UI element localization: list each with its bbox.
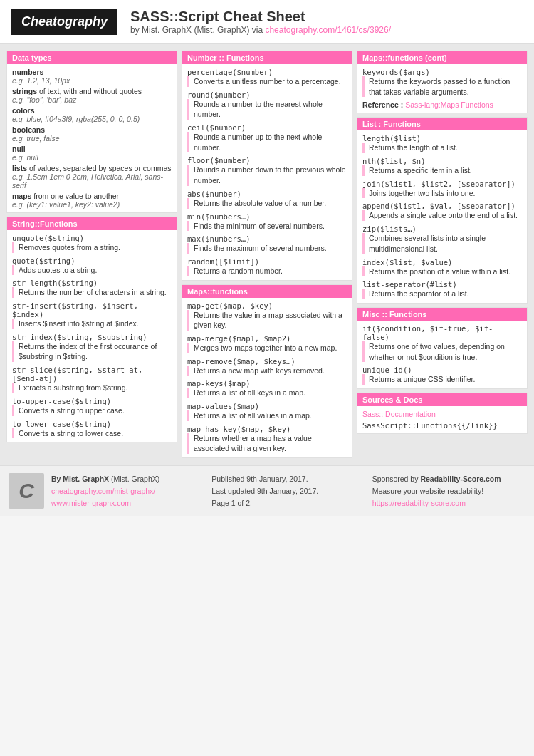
section-number-functions: Number :: Functions percentage($number) … xyxy=(182,51,352,281)
func-name: round($number) xyxy=(187,90,347,99)
func-desc: Returns the separator of a list. xyxy=(362,289,522,299)
func-desc: Returns a specific item in a list. xyxy=(362,165,522,176)
func-name: random([$limit]) xyxy=(187,257,347,266)
func-desc: Returns a list of all values in a map. xyxy=(187,410,347,421)
func-name: keywords($args) xyxy=(362,68,522,76)
section-header-list-functions: List : Functions xyxy=(357,118,527,130)
func-name: str-index($string, $substring) xyxy=(12,333,172,341)
entry-map-get: map-get($map, $key) Returns the value in… xyxy=(187,301,347,331)
entry-unique-id: unique-id() Returns a unique CSS identif… xyxy=(362,366,522,385)
func-desc: Converts a string to upper case. xyxy=(12,405,172,416)
main-content: Data types numbers e.g. 1.2, 13, 10px st… xyxy=(0,44,534,465)
func-name: to-upper-case($string) xyxy=(12,397,172,405)
section-string-functions: String::Functions unquote($string) Remov… xyxy=(6,217,177,442)
entry-str-slice: str-slice($string, $start-at,[$end-at]) … xyxy=(12,366,172,393)
func-name: abs($number) xyxy=(187,190,347,198)
sass-maps-reference-link[interactable]: Sass-lang:Maps Functions xyxy=(405,100,493,109)
footer-website-link[interactable]: www.mister-graphx.com xyxy=(51,499,131,507)
entry-str-length: str-length($string) Returns the number o… xyxy=(12,279,172,298)
entry-map-has-key: map-has-key($map, $key) Returns whether … xyxy=(187,425,347,454)
func-desc: Returns the number of characters in a st… xyxy=(12,287,172,298)
sponsor-name-bold: Readability-Score.com xyxy=(420,475,501,483)
func-name: map-values($map) xyxy=(187,402,347,410)
entry-map-remove: map-remove($map, $keys…) Returns a new m… xyxy=(187,357,347,376)
section-header-maps-functions-cont: Maps::functions (cont) xyxy=(357,51,527,64)
func-name: length($list) xyxy=(362,134,522,143)
func-desc: Joins together two lists into one. xyxy=(362,188,522,199)
sponsor-link[interactable]: https://readability-score.com xyxy=(372,499,466,507)
func-name: join($list1, $list2, [$separator]) xyxy=(362,180,522,188)
entry-map-values: map-values($map) Returns a list of all v… xyxy=(187,402,347,421)
entry-sass-documentation: Sass:: Documentation xyxy=(362,410,522,418)
updated-date: Last updated 9th January, 2017. xyxy=(211,485,365,497)
header-link[interactable]: cheatography.com/1461/cs/3926/ xyxy=(265,25,391,35)
entry-percentage: percentage($number) Converts a unitless … xyxy=(187,68,347,87)
section-header-string-functions: String::Functions xyxy=(7,217,177,230)
entry-max: max($numbers…) Finds the maximum of seve… xyxy=(187,234,347,254)
func-name: str-slice($string, $start-at,[$end-at]) xyxy=(12,366,172,383)
section-list-functions: List : Functions length($list) Returns t… xyxy=(357,117,528,304)
entry-booleans: booleans e.g. true, false xyxy=(12,125,172,143)
column-1: Data types numbers e.g. 1.2, 13, 10px st… xyxy=(4,48,179,460)
func-name: min($numbers…) xyxy=(187,212,347,221)
entry-quote: quote($string) Adds quotes to a string. xyxy=(12,257,172,276)
footer-cheatography-link[interactable]: cheatography.com/mist-graphx/ xyxy=(51,487,155,495)
page-number: Page 1 of 2. xyxy=(211,497,365,509)
func-desc: Removes quotes from a string. xyxy=(12,242,172,253)
func-desc: Converts a unitless number to a percenta… xyxy=(187,76,347,87)
page-subtitle: by Mist. GraphX (Mist. GraphX) via cheat… xyxy=(130,25,391,35)
func-name: map-remove($map, $keys…) xyxy=(187,357,347,366)
func-desc: Converts a string to lower case. xyxy=(12,428,172,439)
func-desc: Returns the length of a list. xyxy=(362,143,522,153)
sass-documentation-link[interactable]: Sass:: Documentation xyxy=(362,410,436,418)
entry-str-insert: str-insert($string, $insert,$index) Inse… xyxy=(12,301,172,329)
entry-to-upper: to-upper-case($string) Converts a string… xyxy=(12,397,172,416)
func-name: if($condition, $if-true, $if-false) xyxy=(362,324,522,341)
section-maps-functions-cont: Maps::functions (cont) keywords($args) R… xyxy=(357,51,528,113)
column-3: Maps::functions (cont) keywords($args) R… xyxy=(355,48,530,460)
func-name: append($list1, $val, [$separator]) xyxy=(362,202,522,210)
func-desc: Rounds a number down to the previous who… xyxy=(187,165,347,185)
entry-list-separator: list-separator(#list) Returns the separa… xyxy=(362,280,522,299)
footer-col-dates: Published 9th January, 2017. Last update… xyxy=(211,473,365,509)
func-name: map-merge($map1, $map2) xyxy=(187,334,347,343)
func-name: nth($list, $n) xyxy=(362,157,522,165)
func-desc: Merges two maps together into a new map. xyxy=(187,343,347,353)
func-desc: Rounds a number to the nearest whole num… xyxy=(187,99,347,120)
entry-colors: colors e.g. blue, #04a3f9, rgba(255, 0, … xyxy=(12,106,172,123)
func-desc: Returns a random number. xyxy=(187,266,347,276)
func-name: list-separator(#list) xyxy=(362,280,522,289)
section-misc-functions: Misc :: Functions if($condition, $if-tru… xyxy=(357,307,528,389)
func-desc: Returns the keywords passed to a functio… xyxy=(362,76,522,97)
section-maps-functions: Maps::functions map-get($map, $key) Retu… xyxy=(182,284,352,459)
entry-ceil: ceil($number) Rounds a number up to the … xyxy=(187,123,347,152)
func-name: index($list, $value) xyxy=(362,258,522,266)
func-desc: Rounds a number up to the next whole num… xyxy=(187,132,347,152)
section-header-data-types: Data types xyxy=(7,51,177,64)
column-2: Number :: Functions percentage($number) … xyxy=(179,48,355,460)
func-name: str-length($string) xyxy=(12,279,172,287)
func-name: zip($lists…) xyxy=(362,224,522,233)
entry-numbers: numbers e.g. 1.2, 13, 10px xyxy=(12,68,172,85)
page-title: SASS::Script Cheat Sheet xyxy=(130,9,391,25)
entry-min: min($numbers…) Finds the minimum of seve… xyxy=(187,212,347,232)
entry-strings: strings of text, with and without quotes… xyxy=(12,87,172,104)
entry-unquote: unquote($string) Removes quotes from a s… xyxy=(12,234,172,253)
func-name: str-insert($string, $insert,$index) xyxy=(12,301,172,319)
entry-reference: Reference : Sass-lang:Maps Functions xyxy=(362,100,522,109)
entry-abs: abs($number) Returns the absolute value … xyxy=(187,190,347,209)
section-header-sources-docs: Sources & Docs xyxy=(357,393,527,406)
func-desc: Returns the position of a value within a… xyxy=(362,266,522,277)
func-desc: Returns whether a map has a value associ… xyxy=(187,433,347,454)
func-desc: Returns a list of all keys in a map. xyxy=(187,388,347,398)
entry-sassscript-functions: SassScript::Functions{{/link}} xyxy=(362,421,522,430)
entry-str-index: str-index($string, $substring) Returns t… xyxy=(12,333,172,362)
func-desc: Returns the value in a map associated wi… xyxy=(187,310,347,331)
func-desc: Appends a single value onto the end of a… xyxy=(362,210,522,221)
logo-box: Cheatography xyxy=(11,9,117,35)
func-name: unquote($string) xyxy=(12,234,172,242)
author-name-bold: By Mist. GraphX xyxy=(51,475,109,483)
footer-logo: C xyxy=(9,473,44,509)
func-desc: Returns the index of the first occurance… xyxy=(12,341,172,362)
sponsor-desc: Measure your website readability! xyxy=(372,485,525,497)
